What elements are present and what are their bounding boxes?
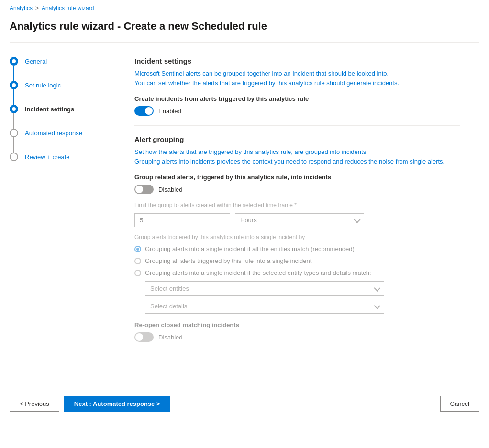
step-indicator-general xyxy=(10,57,18,81)
time-frame-input[interactable] xyxy=(134,213,230,227)
select-entities-placeholder: Select entities xyxy=(150,285,189,292)
group-by-section: Group alerts triggered by this analytics… xyxy=(134,234,460,314)
wizard-step-general[interactable]: General xyxy=(10,57,115,81)
previous-button[interactable]: < Previous xyxy=(10,396,59,412)
radio-label-selected-entities: Grouping alerts into a single incident i… xyxy=(145,269,371,276)
step-indicator-set-rule-logic xyxy=(10,81,18,105)
breadcrumb: Analytics > Analytics rule wizard xyxy=(0,0,489,16)
select-details-chevron xyxy=(374,302,380,309)
select-details-dropdown[interactable]: Select details xyxy=(145,299,384,314)
breadcrumb-separator: > xyxy=(35,5,39,11)
time-unit-select[interactable]: Hours xyxy=(235,213,364,227)
breadcrumb-root[interactable]: Analytics xyxy=(10,5,33,11)
reopen-toggle[interactable] xyxy=(134,332,154,342)
breadcrumb-current: Analytics rule wizard xyxy=(42,5,94,11)
alert-grouping-desc: Set how the alerts that are triggered by… xyxy=(134,147,460,166)
wizard-step-set-rule-logic[interactable]: Set rule logic xyxy=(10,81,115,105)
wizard-step-incident-settings[interactable]: Incident settings xyxy=(10,105,115,129)
incident-desc-line2: You can set whether the alerts that are … xyxy=(134,79,399,87)
wizard-step-review-create[interactable]: Review + create xyxy=(10,153,115,164)
radio-row-all-alerts[interactable]: Grouping all alerts triggered by this ru… xyxy=(134,257,460,264)
step-label-general: General xyxy=(25,57,47,68)
radio-selected-entities[interactable] xyxy=(134,270,141,276)
wizard-step-automated-response[interactable]: Automated response xyxy=(10,129,115,153)
cancel-button[interactable]: Cancel xyxy=(440,396,479,412)
sub-dropdowns: Select entities Select details xyxy=(145,281,460,314)
time-unit-value: Hours xyxy=(240,217,257,224)
step-indicator-automated-response xyxy=(10,129,18,153)
group-by-label: Group alerts triggered by this analytics… xyxy=(134,234,460,240)
step-line-1 xyxy=(13,66,14,81)
step-line-2 xyxy=(13,89,14,105)
step-dot-incident-settings xyxy=(10,105,18,113)
incident-settings-title: Incident settings xyxy=(134,57,460,65)
create-incidents-toggle[interactable] xyxy=(134,106,154,116)
step-line-3 xyxy=(13,113,14,129)
alert-grouping-title: Alert grouping xyxy=(134,135,460,143)
radio-row-selected-entities[interactable]: Grouping alerts into a single incident i… xyxy=(134,269,460,276)
page-title: Analytics rule wizard - Create a new Sch… xyxy=(0,16,489,42)
content-area: Incident settings Microsoft Sentinel ale… xyxy=(115,43,479,387)
group-alerts-toggle-row: Disabled xyxy=(134,185,460,194)
step-dot-set-rule-logic xyxy=(10,81,18,89)
reopen-toggle-slider[interactable] xyxy=(134,332,154,342)
time-unit-chevron xyxy=(354,216,360,223)
incident-desc-line1: Microsoft Sentinel alerts can be grouped… xyxy=(134,70,389,77)
group-alerts-label: Group related alerts, triggered by this … xyxy=(134,174,460,181)
create-incidents-toggle-row: Enabled xyxy=(134,106,460,116)
step-label-automated-response: Automated response xyxy=(25,129,82,140)
alert-grouping-desc-line2: Grouping alerts into incidents provides … xyxy=(134,158,445,165)
sidebar: General Set rule logic Incident settings xyxy=(10,43,115,387)
step-dot-general xyxy=(10,57,18,66)
create-incidents-label: Create incidents from alerts triggered b… xyxy=(134,95,460,102)
step-indicator-incident-settings xyxy=(10,105,18,129)
create-incidents-toggle-label: Enabled xyxy=(158,108,181,115)
create-incidents-toggle-slider[interactable] xyxy=(134,106,154,116)
reopen-toggle-row: Disabled xyxy=(134,332,460,342)
alert-grouping-desc-line1: Set how the alerts that are triggered by… xyxy=(134,148,368,155)
radio-all-alerts[interactable] xyxy=(134,258,141,264)
time-frame-row: Hours xyxy=(134,213,460,227)
radio-label-all-alerts: Grouping all alerts triggered by this ru… xyxy=(145,257,311,264)
main-layout: General Set rule logic Incident settings xyxy=(10,43,479,387)
section-divider-1 xyxy=(134,125,460,126)
reopen-section: Re-open closed matching incidents Disabl… xyxy=(134,321,460,342)
step-dot-review-create xyxy=(10,153,18,161)
select-entities-chevron xyxy=(374,284,380,291)
step-indicator-review-create xyxy=(10,153,18,161)
reopen-toggle-label: Disabled xyxy=(158,334,183,341)
step-line-4 xyxy=(13,137,14,153)
incident-settings-desc: Microsoft Sentinel alerts can be grouped… xyxy=(134,69,460,87)
step-label-incident-settings: Incident settings xyxy=(25,105,74,116)
group-alerts-toggle-slider[interactable] xyxy=(134,185,154,194)
reopen-label: Re-open closed matching incidents xyxy=(134,321,460,328)
group-alerts-toggle[interactable] xyxy=(134,185,154,194)
time-frame-label: Limit the group to alerts created within… xyxy=(134,202,460,208)
radio-all-entities[interactable] xyxy=(134,246,141,252)
step-dot-automated-response xyxy=(10,129,18,137)
select-details-placeholder: Select details xyxy=(150,303,187,310)
radio-row-all-entities[interactable]: Grouping alerts into a single incident i… xyxy=(134,245,460,252)
grouping-options-greyed: Limit the group to alerts created within… xyxy=(134,202,460,342)
group-alerts-toggle-label: Disabled xyxy=(158,186,183,193)
step-label-review-create: Review + create xyxy=(25,153,70,164)
step-label-set-rule-logic: Set rule logic xyxy=(25,81,61,92)
select-entities-dropdown[interactable]: Select entities xyxy=(145,281,384,296)
footer: < Previous Next : Automated response > C… xyxy=(0,387,489,420)
next-button[interactable]: Next : Automated response > xyxy=(64,396,170,412)
radio-label-all-entities: Grouping alerts into a single incident i… xyxy=(145,245,355,252)
